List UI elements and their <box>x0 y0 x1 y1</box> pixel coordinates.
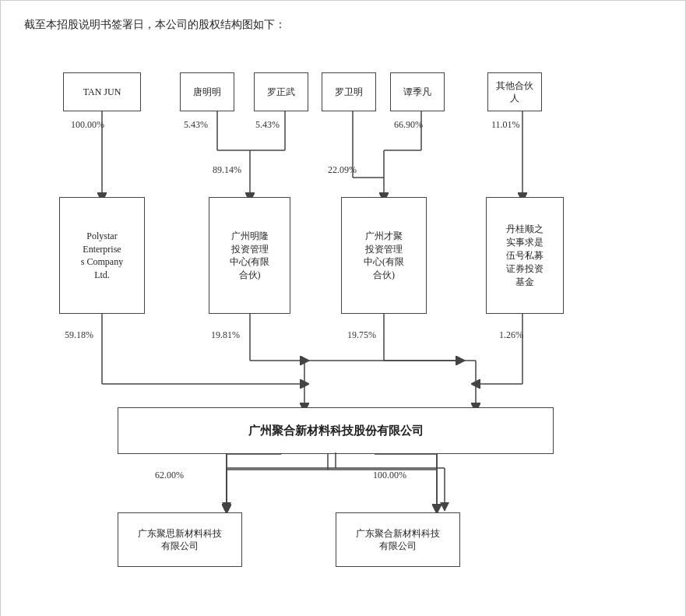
pct-tan-jun: 100.00% <box>71 119 104 131</box>
pct-luo-zhengwu: 5.43% <box>255 119 280 131</box>
luo-weiming-box: 罗卫明 <box>322 72 376 111</box>
pct-polystar-main: 59.18% <box>65 329 93 341</box>
tan-jifan-box: 谭季凡 <box>390 72 445 111</box>
danguishun-box: 丹桂顺之 实事求是 伍号私募 证券投资 基金 <box>486 197 564 314</box>
others-box: 其他合伙 人 <box>487 72 542 111</box>
polystar-box: Polystar Enterprise s Company Ltd. <box>59 197 145 314</box>
tan-jun-box: TAN JUN <box>63 72 141 111</box>
guangzhou-caiju-box: 广州才聚 投资管理 中心(有限 合伙) <box>341 197 427 314</box>
pct-minlong: 89.14% <box>213 164 241 176</box>
guangdong-juhe-box: 广东聚合新材料科技 有限公司 <box>336 512 460 567</box>
chart-area: TAN JUN 唐明明 罗正武 罗卫明 谭季凡 其他合伙 人 100.00% 5… <box>24 49 663 610</box>
pct-main-jusi: 62.00% <box>155 470 184 481</box>
pct-luo-weiming: 22.09% <box>328 164 357 176</box>
page: 截至本招股说明书签署日，本公司的股权结构图如下： <box>0 0 686 616</box>
pct-danguishun-main: 1.26% <box>499 329 523 341</box>
pct-tan-jifan: 66.90% <box>394 119 423 131</box>
guangzhou-minlong-box: 广州明隆 投资管理 中心(有限 合伙) <box>209 197 290 314</box>
luo-zhengwu-box: 罗正武 <box>254 72 308 111</box>
header-text: 截至本招股说明书签署日，本公司的股权结构图如下： <box>24 16 662 33</box>
pct-tang: 5.43% <box>184 119 208 131</box>
main-company-box: 广州聚合新材料科技股份有限公司 <box>118 407 554 454</box>
pct-main-juhe: 100.00% <box>373 470 406 481</box>
pct-caiju-main: 19.75% <box>347 329 376 341</box>
guangdong-jusi-box: 广东聚思新材料科技 有限公司 <box>118 512 242 567</box>
pct-minlong-main: 19.81% <box>211 329 240 341</box>
pct-others: 11.01% <box>491 119 520 131</box>
tang-mingming-box: 唐明明 <box>180 72 234 111</box>
